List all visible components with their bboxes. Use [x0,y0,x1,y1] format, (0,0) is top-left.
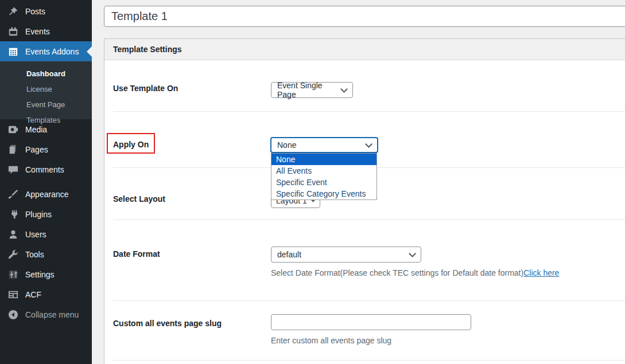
selected-value: Event Single Page [277,81,337,99]
sidebar-item-events-addons[interactable]: Events Addons [0,41,92,61]
sidebar-item-acf[interactable]: ACF [0,284,92,304]
date-format-help: Select Date Format(Please check TEC sett… [271,268,559,277]
submenu-item-event-page-templates[interactable]: Event Page Templates [0,97,92,112]
chevron-down-icon [365,140,372,148]
sidebar-item-label: Plugins [25,210,52,219]
date-format-help-text: Select Date Format(Please check TEC sett… [271,268,523,277]
use-template-on-select[interactable]: Event Single Page [271,82,353,98]
custom-slug-help: Enter custom all events page slug [271,336,391,345]
settings-sliders-icon [7,269,19,280]
metabox-title: Template Settings [113,45,182,54]
sidebar-item-settings[interactable]: Settings [0,264,92,284]
sidebar-item-label: Collapse menu [25,310,79,319]
sidebar-item-label: ACF [25,290,41,299]
custom-slug-label: Custom all events page slug [113,318,222,329]
tools-wrench-icon [7,249,19,260]
row-divider [113,300,625,301]
sidebar-item-events[interactable]: Events [0,21,92,41]
apply-on-select[interactable]: None [270,137,378,153]
events-addons-submenu: Dashboard License Event Page Templates [0,61,92,119]
acf-icon [7,289,19,300]
row-divider [113,220,625,220]
appearance-brush-icon [7,189,19,200]
sidebar-item-posts[interactable]: Posts [0,1,92,21]
sidebar-item-label: Users [25,230,46,239]
pin-icon [7,6,19,17]
users-icon [7,229,19,240]
template-settings-metabox: Template Settings Use Template On Event … [104,38,625,364]
click-here-link[interactable]: Click here [523,268,559,277]
sidebar-item-appearance[interactable]: Appearance [0,184,92,204]
sidebar-item-label: Tools [25,250,44,259]
sidebar-item-tools[interactable]: Tools [0,244,92,264]
row-divider [113,111,625,112]
sidebar-item-label: Comments [25,165,64,174]
date-format-select[interactable]: default [271,246,421,263]
sidebar-item-label: Settings [25,270,55,279]
selected-value: None [277,140,296,150]
use-template-on-label: Use Template On [113,83,178,94]
events-calendar-icon [7,26,19,37]
custom-slug-input[interactable] [271,314,471,330]
sidebar-item-label: Media [25,125,47,134]
apply-on-dropdown-list: None All Events Specific Event Specific … [271,153,377,200]
dropdown-option-all-events[interactable]: All Events [271,165,376,177]
sidebar-item-label: Appearance [25,190,69,199]
pages-icon [7,144,19,155]
media-icon [7,124,19,135]
sidebar-item-comments[interactable]: Comments [0,159,92,179]
comments-icon [7,164,19,175]
submenu-item-license[interactable]: License [0,81,92,97]
dropdown-option-specific-event[interactable]: Specific Event [271,177,376,188]
select-layout-label: Select Layout [113,193,165,205]
metabox-header[interactable]: Template Settings [104,39,625,60]
sidebar-item-label: Events Addons [25,47,79,56]
row-divider [113,360,625,361]
active-menu-notch [87,46,92,57]
dropdown-option-specific-category-events[interactable]: Specific Category Events [271,188,376,199]
chevron-down-icon [409,250,416,257]
template-title-input[interactable] [104,6,625,27]
sidebar-item-label: Pages [25,145,48,154]
sidebar-item-label: Posts [25,7,45,16]
sidebar-item-collapse-menu[interactable]: Collapse menu [0,304,92,324]
date-format-label: Date Format [113,248,160,260]
sidebar-item-media[interactable]: Media [0,119,92,139]
collapse-arrow-icon [7,309,19,320]
wordpress-admin-page: Posts Events [0,0,625,364]
selected-value: default [277,250,301,259]
sidebar-item-plugins[interactable]: Plugins [0,204,92,224]
sidebar-item-label: Events [25,27,50,36]
menu-separator [0,179,92,184]
admin-sidebar: Posts Events [0,0,92,364]
sidebar-item-users[interactable]: Users [0,224,92,244]
submenu-item-dashboard[interactable]: Dashboard [0,66,92,81]
dropdown-option-none[interactable]: None [271,154,376,165]
apply-on-label: Apply On [113,139,149,150]
sidebar-item-pages[interactable]: Pages [0,139,92,159]
chevron-down-icon [340,85,348,93]
plugin-icon [7,209,19,220]
calendar-grid-icon [7,46,19,57]
